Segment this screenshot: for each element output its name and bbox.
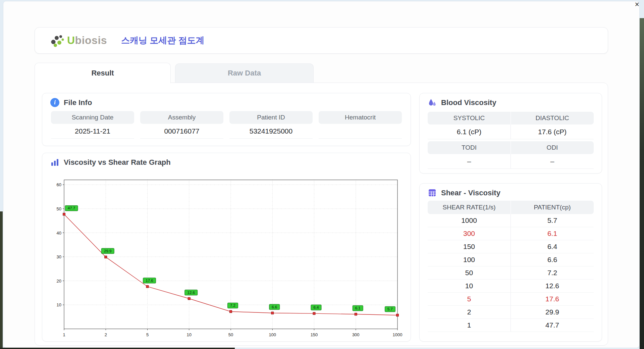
- logo-remainder: biosis: [75, 34, 107, 46]
- table-cell-shear-rate: 150: [428, 240, 511, 253]
- bar-chart-icon: [50, 158, 59, 167]
- table-cell-shear-rate: 300: [428, 227, 511, 240]
- table-row: 229.9: [428, 306, 594, 319]
- field-value: [319, 124, 402, 139]
- svg-text:1: 1: [63, 332, 65, 337]
- bv-value: 6.1 (cP): [428, 124, 511, 139]
- svg-text:6.1: 6.1: [355, 306, 361, 310]
- app-header: Ubiosis 스캐닝 모세관 점도계: [35, 27, 608, 54]
- desktop-background-left: [0, 211, 3, 349]
- info-icon: i: [50, 98, 59, 107]
- bv-value: –: [511, 154, 594, 169]
- bv-label: TODI: [428, 141, 511, 154]
- svg-text:60: 60: [57, 182, 61, 187]
- table-row: 3006.1: [428, 227, 594, 240]
- shear-viscosity-header: Shear - Viscosity: [420, 184, 602, 200]
- field-label: Hematocrit: [319, 111, 402, 124]
- close-icon[interactable]: ×: [635, 0, 639, 9]
- blood-viscosity-title: Blood Viscosity: [441, 98, 496, 107]
- shear-viscosity-card: Shear - Viscosity SHEAR RATE(1/s)PATIENT…: [419, 183, 602, 342]
- svg-text:50: 50: [228, 332, 233, 337]
- bv-value-row: 6.1 (cP)17.6 (cP): [428, 124, 594, 139]
- table-cell-shear-rate: 10: [428, 280, 511, 292]
- blood-viscosity-card: Blood Viscosity SYSTOLICDIASTOLIC6.1 (cP…: [419, 93, 602, 173]
- table-cell-patient-value: 6.1: [511, 227, 594, 240]
- table-cell-patient-value: 12.6: [511, 280, 594, 292]
- table-cell-patient-value: 6.4: [511, 240, 594, 253]
- svg-text:6.6: 6.6: [272, 305, 277, 309]
- table-grid-icon: [428, 188, 437, 197]
- svg-text:1000: 1000: [393, 332, 402, 337]
- table-cell-patient-value: 5.7: [511, 214, 594, 227]
- table-row: 507.2: [428, 266, 594, 280]
- field-label: Scanning Date: [51, 111, 134, 124]
- graph-header: Viscosity vs Shear Rate Graph: [42, 153, 411, 169]
- svg-text:5.7: 5.7: [387, 307, 393, 311]
- blood-viscosity-header: Blood Viscosity: [420, 93, 602, 110]
- svg-text:10: 10: [57, 302, 61, 307]
- tab-result[interactable]: Result: [35, 63, 171, 83]
- table-cell-patient-value: 7.2: [511, 266, 594, 279]
- table-row: 1506.4: [428, 240, 594, 253]
- logo-dots-icon: [50, 34, 66, 48]
- svg-text:29.9: 29.9: [104, 249, 111, 253]
- file-info-fields: Scanning Date2025-11-21Assembly000716077…: [42, 110, 411, 139]
- table-cell-patient-value: 47.7: [511, 319, 594, 332]
- table-cell-patient-value: 17.6: [511, 293, 594, 305]
- table-row: 10005.7: [428, 214, 594, 227]
- table-cell-shear-rate: 1: [428, 319, 511, 332]
- table-cell-shear-rate: 50: [428, 266, 511, 279]
- tab-raw-data[interactable]: Raw Data: [175, 63, 314, 83]
- table-row: 1012.6: [428, 280, 594, 293]
- table-cell-patient-value: 29.9: [511, 306, 594, 318]
- table-cell-shear-rate: 2: [428, 306, 511, 318]
- bv-label-row: SYSTOLICDIASTOLIC: [428, 112, 594, 124]
- svg-text:30: 30: [57, 254, 61, 259]
- svg-text:6.4: 6.4: [314, 305, 319, 309]
- page-title: 스캐닝 모세관 점도계: [121, 35, 204, 46]
- bv-value-row: ––: [428, 154, 594, 169]
- field-label: Patient ID: [229, 111, 313, 124]
- desktop-background-bottom: [0, 348, 235, 349]
- table-cell-shear-rate: 5: [428, 293, 511, 305]
- svg-text:7.2: 7.2: [230, 303, 235, 307]
- viscosity-graph-card: Viscosity vs Shear Rate Graph 1020304050…: [42, 153, 411, 342]
- table-header-row: SHEAR RATE(1/s)PATIENT(cp): [428, 201, 594, 214]
- svg-text:40: 40: [57, 231, 61, 236]
- blood-viscosity-body: SYSTOLICDIASTOLIC6.1 (cP)17.6 (cP)TODIOD…: [420, 112, 602, 169]
- table-cell-shear-rate: 100: [428, 253, 511, 266]
- table-cell-patient-value: 6.6: [511, 253, 594, 266]
- svg-text:47.7: 47.7: [68, 206, 75, 210]
- file-field: Assembly000716077: [140, 111, 223, 139]
- svg-text:10: 10: [187, 332, 192, 337]
- table-cell-shear-rate: 1000: [428, 214, 511, 227]
- viscosity-shear-chart: 1020304050601251050100150300100047.729.9…: [51, 177, 404, 342]
- field-label: Assembly: [140, 111, 223, 124]
- desktop-background-right: [640, 18, 644, 349]
- logo-initial: U: [67, 34, 75, 46]
- svg-text:2: 2: [105, 332, 107, 337]
- field-value: 2025-11-21: [51, 124, 134, 139]
- table-column-header: PATIENT(cp): [511, 201, 594, 214]
- droplets-icon: [428, 98, 437, 107]
- field-value: 53241925000: [229, 124, 313, 139]
- file-info-header: i File Info: [42, 93, 411, 110]
- logo-text: Ubiosis: [67, 34, 107, 47]
- field-value: 000716077: [140, 124, 223, 139]
- file-field: Hematocrit: [319, 111, 402, 139]
- table-row: 147.7: [428, 319, 594, 332]
- svg-text:20: 20: [57, 279, 61, 284]
- svg-text:150: 150: [311, 332, 318, 337]
- table-column-header: SHEAR RATE(1/s): [428, 201, 511, 214]
- ubiosis-logo: Ubiosis: [50, 34, 107, 48]
- app-window: Ubiosis 스캐닝 모세관 점도계 Result Raw Data i Fi…: [3, 1, 639, 348]
- svg-text:50: 50: [57, 206, 61, 211]
- shear-viscosity-table: SHEAR RATE(1/s)PATIENT(cp)10005.73006.11…: [420, 200, 602, 332]
- bv-label: DIASTOLIC: [511, 112, 594, 124]
- table-row: 517.6: [428, 293, 594, 306]
- file-info-card: i File Info Scanning Date2025-11-21Assem…: [42, 93, 411, 146]
- svg-text:12.6: 12.6: [187, 291, 195, 295]
- file-field: Patient ID53241925000: [229, 111, 313, 139]
- svg-text:100: 100: [269, 332, 276, 337]
- file-field: Scanning Date2025-11-21: [51, 111, 134, 139]
